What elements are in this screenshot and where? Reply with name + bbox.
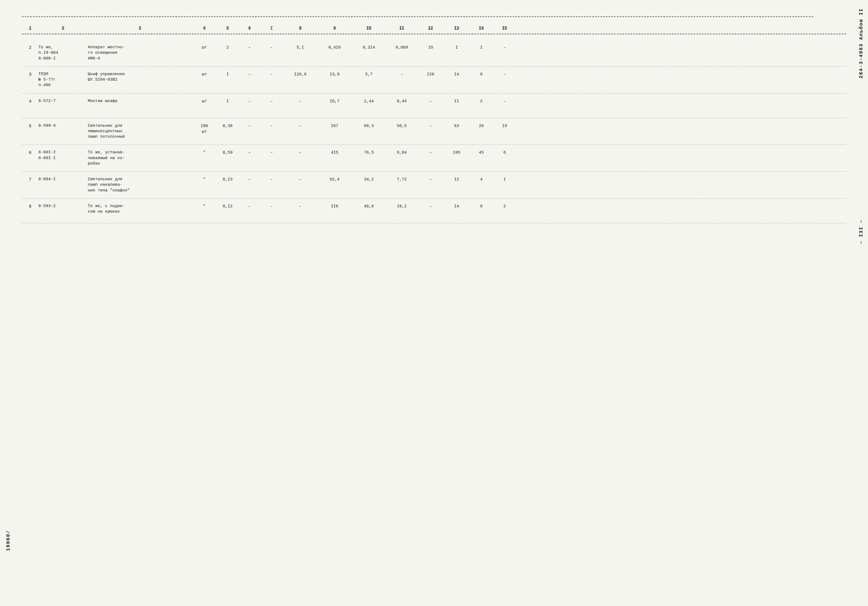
row-ref: 8-604-I (39, 177, 88, 182)
col-header-13: I3 (444, 25, 469, 31)
row-c14: 6 (469, 204, 494, 209)
col-header-11: II (387, 25, 417, 31)
row-c12: IO (417, 45, 444, 50)
row-num: 3 (22, 71, 39, 78)
row-c8: – (282, 204, 318, 209)
row-c9: 0,4I6 (318, 45, 351, 50)
column-headers: 1 2 3 4 5 6 7 8 9 IO II I2 I3 I4 I5 (22, 25, 846, 34)
row-c8: – (282, 177, 318, 182)
row-c9: 4I5 (318, 150, 351, 155)
row-c10: 34,2 (351, 177, 387, 182)
row-c11: 50,5 (387, 123, 417, 129)
row-ref: 8-572-7 (39, 98, 88, 104)
row-c5: I (217, 98, 239, 104)
col-header-5: 5 (217, 25, 239, 31)
row-c15: 2 (494, 204, 516, 209)
right-margin-label-top: 284-3-4983 Альбом II (859, 8, 864, 78)
col-header-8: 8 (282, 25, 318, 31)
row-c8: 5,I (282, 45, 318, 50)
row-c6: – (239, 98, 260, 104)
row-c10: 2,44 (351, 98, 387, 104)
row-c11: 7,72 (387, 177, 417, 182)
col-header-3: 3 (88, 25, 192, 31)
row-c12: I26 (417, 71, 444, 78)
row-c8: – (282, 123, 318, 129)
col-header-9: 9 (318, 25, 351, 31)
row-c5: I (217, 71, 239, 78)
row-c12: – (417, 123, 444, 129)
row-c15: – (494, 71, 516, 78)
row-c6: – (239, 204, 260, 209)
row-c15: 6 (494, 150, 516, 155)
table-row: 2 То же,п.I9-0048-608-I Аппарат местно-г… (22, 40, 846, 67)
row-c12: – (417, 98, 444, 104)
row-c6: – (239, 177, 260, 182)
row-num: 4 (22, 98, 39, 104)
row-c8: – (282, 98, 318, 104)
col-header-14: I4 (469, 25, 494, 31)
row-c14: 4 (469, 177, 494, 182)
row-unit: " (192, 177, 217, 182)
row-c8: – (282, 150, 318, 155)
row-c13: II (444, 98, 469, 104)
top-border (22, 17, 813, 17)
row-c11: 0,44 (387, 98, 417, 104)
row-desc: Шкаф управленияШУ.5I04-03В2 (88, 71, 192, 83)
row-c11: – (387, 71, 417, 78)
row-c13: 63 (444, 123, 469, 129)
row-desc: Аппарат местно-го освещенияАМО-4 (88, 45, 192, 61)
bottom-left-label: 19060/ (6, 530, 11, 551)
row-c6: – (239, 71, 260, 78)
row-unit: шт (192, 71, 217, 78)
row-c15: – (494, 98, 516, 104)
table-row: 6 8-60I-28-60I-I То же, устанав-ливаемый… (22, 145, 846, 172)
row-num: 5 (22, 123, 39, 129)
table-body: 2 То же,п.I9-0048-608-I Аппарат местно-г… (22, 40, 846, 223)
row-c9: IO,7 (318, 98, 351, 104)
row-desc: То же, с подве-сом на крюках (88, 204, 192, 215)
right-margin-label-bottom: – I3I – (859, 219, 864, 244)
row-ref: 8-60I-28-60I-I (39, 150, 88, 161)
row-c7: – (260, 71, 282, 78)
row-c14: 26 (469, 123, 494, 129)
row-c8: I26,0 (282, 71, 318, 78)
row-c12: – (417, 204, 444, 209)
row-c9: II6 (318, 204, 351, 209)
row-c12: – (417, 177, 444, 182)
row-ref: 8-593-2 (39, 204, 88, 209)
row-num: 6 (22, 150, 39, 156)
row-c15: I (494, 177, 516, 182)
table-row: 4 8-572-7 Монтаж шкафа шт I – – – IO,7 2… (22, 93, 846, 118)
row-c11: 9,84 (387, 150, 417, 155)
row-c14: I (469, 45, 494, 50)
col-header-2: 2 (39, 25, 88, 31)
row-c14: 2 (469, 98, 494, 104)
row-c13: I (444, 45, 469, 50)
row-unit: шт (192, 98, 217, 104)
row-desc: Монтаж шкафа (88, 98, 192, 104)
row-ref: То же,п.I9-0048-608-I (39, 45, 88, 61)
col-header-10: IO (351, 25, 387, 31)
row-c9: I67 (318, 123, 351, 129)
row-c13: I4 (444, 204, 469, 209)
col-header-12: I2 (417, 25, 444, 31)
row-c10: 5,7 (351, 71, 387, 78)
row-c7: – (260, 98, 282, 104)
col-header-15: I5 (494, 25, 516, 31)
row-ref: ТПЭП№ 5-77гп.406 (39, 71, 88, 89)
row-c13: 245 (444, 150, 469, 155)
col-header-1: 1 (22, 25, 39, 31)
page: 1 2 3 4 5 6 7 8 9 IO II I2 I3 I4 I5 2 То… (0, 0, 868, 606)
row-c5: 0,59 (217, 150, 239, 155)
row-c6: – (239, 150, 260, 155)
row-num: 7 (22, 177, 39, 183)
row-desc: Светильник длялюминесцентныхламп потолоч… (88, 123, 192, 140)
row-num: 8 (22, 204, 39, 210)
table-row: 3 ТПЭП№ 5-77гп.406 Шкаф управленияШУ.5I0… (22, 67, 846, 93)
row-c14: 45 (469, 150, 494, 155)
row-c7: – (260, 177, 282, 182)
row-c7: – (260, 45, 282, 50)
row-c7: – (260, 150, 282, 155)
row-c11: 0,009 (387, 45, 417, 50)
row-c5: 0,I2 (217, 204, 239, 209)
